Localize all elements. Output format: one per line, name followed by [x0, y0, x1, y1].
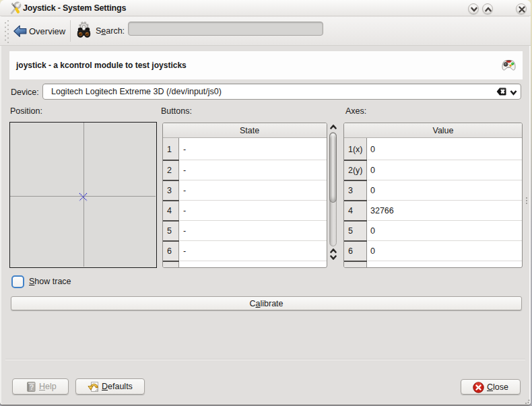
svg-text:?: ? [30, 383, 34, 391]
